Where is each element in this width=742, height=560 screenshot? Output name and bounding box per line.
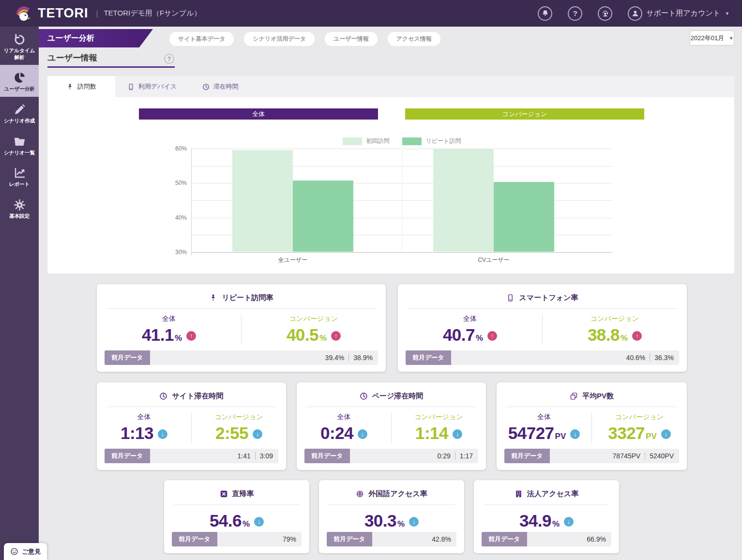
y-tick-label: 40%	[175, 214, 187, 221]
chart-group-header-conversion: コンバージョン	[405, 108, 644, 120]
tetori-logo[interactable]: TETORI	[0, 4, 89, 23]
card-title-label: サイト滞在時間	[172, 392, 223, 401]
bar-first-visit-cv-users	[433, 149, 494, 252]
section-title: ユーザー情報	[47, 52, 97, 63]
value-unit: %	[621, 333, 628, 343]
card-title-label: 直帰率	[232, 489, 254, 499]
feedback-button[interactable]: ご意見	[4, 543, 47, 560]
value-number: 54727	[508, 424, 554, 442]
card-divider	[106, 407, 276, 407]
panel-body: 全体コンバージョン 初回訪問リピート訪問 60%50%40%30%20%10%0…	[47, 97, 734, 273]
prev-month-value: 0:29	[438, 452, 451, 460]
chart-legend: 初回訪問リピート訪問	[191, 137, 612, 145]
section-help-icon[interactable]: ?	[164, 54, 174, 64]
chevron-down-icon: ▼	[729, 36, 733, 41]
sidebar-item-settings[interactable]: 基本設定	[0, 192, 39, 224]
bar-repeat-visit-all-users	[293, 181, 353, 252]
overall-label: 全体	[398, 315, 542, 323]
nav-pill-site-basic-data[interactable]: サイト基本データ	[169, 32, 234, 46]
sidebar-item-label: レポート	[1, 181, 38, 188]
prev-month-values: 39.4%38.9%	[325, 350, 373, 365]
prev-month-badge: 前月データ	[406, 350, 451, 365]
conversion-column: コンバージョン40.5%↑	[241, 315, 386, 345]
conversion-label: コンバージョン	[543, 315, 687, 323]
prev-month-value: 1:17	[460, 452, 473, 460]
card-columns: 全体0:24↓コンバージョン1:14↓	[297, 413, 486, 443]
section-title-underline	[47, 66, 175, 68]
tab-label: 利用デバイス	[138, 82, 177, 91]
value-number: 38.8	[588, 325, 620, 344]
nav-pills: サイト基本データシナリオ活用データユーザー情報アクセス情報	[169, 32, 440, 46]
trend-down-icon: ↓	[158, 429, 167, 439]
gridline: 0%	[191, 252, 612, 253]
conversion-label: コンバージョン	[392, 413, 486, 422]
prev-month-bar: 前月データ39.4%38.9%	[105, 350, 378, 365]
trend-down-icon: ↓	[253, 429, 262, 439]
overall-column: 全体40.7%↑	[398, 315, 542, 345]
category-label-cv-users: CVユーザー	[440, 256, 547, 264]
sidebar-item-label: シナリオ作成	[1, 118, 38, 124]
trend-down-icon: ↓	[409, 517, 419, 527]
nav-pill-scenario-usage-data[interactable]: シナリオ活用データ	[244, 32, 315, 46]
history-icon	[1, 33, 38, 46]
sidebar-item-realtime-analysis[interactable]: リアルタイム解析	[0, 27, 39, 65]
card-title-label: スマートフォン率	[519, 293, 578, 303]
clock-icon	[202, 83, 210, 91]
month-selector-value: 2022年01月	[691, 34, 724, 43]
prev-month-values: 42.8%	[432, 532, 451, 546]
tab-duration[interactable]: 滞在時間	[189, 76, 252, 97]
overall-value: 40.7%↑	[398, 325, 542, 345]
sidebar-item-scenario-list[interactable]: シナリオ一覧	[0, 129, 39, 161]
sidebar-item-user-analysis[interactable]: ユーザー分析	[0, 65, 39, 97]
tab-label: 訪問数	[77, 82, 96, 91]
value-number: 40.7	[443, 325, 475, 344]
nav-pill-access-info[interactable]: アクセス情報	[388, 32, 440, 46]
prev-month-badge: 前月データ	[172, 532, 217, 546]
chart-group-header-overall: 全体	[139, 108, 378, 120]
prev-month-values: 78745PV5240PV	[613, 449, 674, 463]
folder-icon	[1, 135, 38, 148]
prev-month-bar: 前月データ0:291:17	[304, 449, 478, 463]
sidebar-item-label: シナリオ一覧	[1, 150, 38, 156]
prev-month-value: 39.4%	[325, 354, 345, 362]
bar-chart: 60%50%40%30%20%10%0%全ユーザーCVユーザー	[191, 149, 612, 252]
stat-card-smartphone-rate: スマートフォン率全体40.7%↑コンバージョン38.8%↑前月データ40.6%3…	[398, 284, 687, 372]
support-icon[interactable]	[598, 6, 612, 21]
value-number: 1:14	[415, 424, 448, 442]
tab-visits[interactable]: 訪問数	[47, 76, 115, 97]
prev-month-value: 42.8%	[432, 535, 451, 543]
card-title-label: ページ滞在時間	[372, 392, 424, 401]
card-columns: 全体41.1%↑コンバージョン40.5%↑	[97, 315, 386, 345]
sidebar-item-report[interactable]: レポート	[0, 160, 39, 192]
sidebar-item-scenario-create[interactable]: シナリオ作成	[0, 97, 39, 129]
value-number: 34.9	[519, 511, 551, 530]
tab-devices[interactable]: 利用デバイス	[115, 76, 189, 97]
card-divider	[306, 407, 476, 407]
prev-month-value: 66.9%	[587, 535, 606, 543]
overall-label: 全体	[97, 315, 241, 323]
notifications-icon[interactable]	[538, 6, 552, 21]
value-unit: %	[242, 519, 250, 529]
clock-icon	[360, 392, 368, 400]
conversion-value: 3327PV↓	[592, 424, 687, 443]
account-menu[interactable]: サポート用アカウント ▼	[628, 6, 729, 21]
nav-pill-user-info[interactable]: ユーザー情報	[325, 32, 378, 46]
card-title-label: リピート訪問率	[222, 293, 273, 303]
month-selector[interactable]: 2022年01月 ▼	[690, 30, 734, 45]
value-number: 1:13	[121, 424, 153, 442]
help-icon[interactable]: ?	[568, 6, 582, 21]
trend-down-icon: ↓	[564, 517, 574, 527]
trend-down-icon: ↓	[570, 429, 580, 439]
conversion-label: コンバージョン	[192, 413, 286, 422]
prev-values-divider	[348, 354, 349, 362]
y-axis-line	[191, 149, 192, 256]
value-number: 41.1	[142, 325, 174, 344]
prev-month-badge: 前月データ	[327, 532, 372, 546]
card-columns: 全体1:13↓コンバージョン2:55↓	[97, 413, 286, 443]
trend-up-icon: ↑	[632, 331, 642, 341]
card-divider	[484, 504, 609, 505]
card-divider	[174, 504, 300, 505]
prev-month-bar: 前月データ1:413:09	[105, 449, 278, 463]
visits-panel: 訪問数利用デバイス滞在時間 全体コンバージョン 初回訪問リピート訪問 60%50…	[47, 76, 734, 273]
overall-label: 全体	[497, 413, 591, 422]
